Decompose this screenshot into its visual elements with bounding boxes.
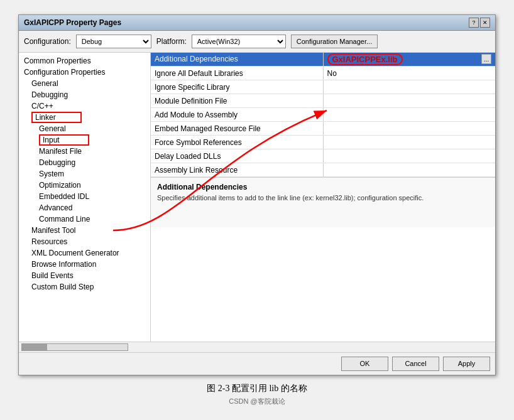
apply-button[interactable]: Apply [443, 357, 490, 371]
tree-item-manifest-tool[interactable]: Manifest Tool [19, 225, 150, 236]
tree-item-debugging[interactable]: Debugging [19, 89, 150, 100]
watermark: CSDN @客院栽论 [229, 397, 285, 406]
title-bar-controls: ? ✕ [469, 18, 490, 28]
property-value-cell [323, 94, 495, 108]
caption: 图 2-3 配置引用 lib 的名称 [207, 383, 307, 394]
tree-item-manifest-file[interactable]: Manifest File [19, 146, 150, 157]
tree-item-input[interactable]: Input [39, 134, 89, 146]
table-row[interactable]: Assembly Link Resource [151, 163, 495, 177]
title-bar: GxIAPICPP Property Pages ? ✕ [19, 15, 495, 31]
tree-item-linker[interactable]: Linker [31, 112, 82, 123]
desc-text: Specifies additional items to add to the… [157, 194, 489, 202]
tree-item-browse-information[interactable]: Browse Information [19, 259, 150, 270]
tree-item-resources[interactable]: Resources [19, 236, 150, 247]
table-row[interactable]: Add Module to Assembly [151, 108, 495, 122]
table-row[interactable]: Delay Loaded DLLs [151, 149, 495, 163]
property-name-cell: Force Symbol References [151, 136, 323, 149]
tree-item-advanced[interactable]: Advanced [19, 202, 150, 213]
property-pages-window: GxIAPICPP Property Pages ? ✕ Configurati… [18, 14, 496, 375]
tree-item-general[interactable]: General [19, 78, 150, 89]
right-panel: Additional DependenciesGxIAPICPPEx.lib..… [151, 53, 495, 342]
ellipsis-button[interactable]: ... [481, 54, 491, 64]
cancel-button[interactable]: Cancel [392, 357, 439, 371]
tree-item-debugging[interactable]: Debugging [19, 157, 150, 168]
description-panel: Additional Dependencies Specifies additi… [151, 177, 495, 227]
ok-button[interactable]: OK [341, 357, 388, 371]
tree-item-custom-build-step[interactable]: Custom Build Step [19, 281, 150, 293]
tree-item-xml-document-generator[interactable]: XML Document Generator [19, 247, 150, 259]
toolbar: Configuration: Debug Platform: Active(Wi… [19, 31, 495, 53]
table-row[interactable]: Ignore Specific Library [151, 80, 495, 94]
tree-item-common-properties[interactable]: Common Properties [19, 55, 150, 67]
table-row[interactable]: Module Definition File [151, 94, 495, 108]
tree-item-c/c++[interactable]: C/C++ [19, 100, 150, 112]
props-table: Additional DependenciesGxIAPICPPEx.lib..… [151, 53, 495, 178]
property-name-cell: Ignore Specific Library [151, 80, 323, 94]
tree-item-embedded-idl[interactable]: Embedded IDL [19, 191, 150, 202]
tree-item-command-line[interactable]: Command Line [19, 213, 150, 225]
property-name-cell: Ignore All Default Libraries [151, 67, 323, 80]
property-value-cell [323, 108, 495, 122]
highlighted-value: GxIAPICPPEx.lib [327, 53, 403, 65]
help-button[interactable]: ? [469, 18, 479, 28]
property-value-cell: No [323, 67, 495, 80]
tree-item-system[interactable]: System [19, 168, 150, 180]
close-button[interactable]: ✕ [480, 18, 490, 28]
property-value-cell [323, 136, 495, 149]
props-table-wrapper: Additional DependenciesGxIAPICPPEx.lib..… [151, 53, 495, 178]
tree-item-configuration-properties[interactable]: Configuration Properties [19, 67, 150, 78]
platform-select[interactable]: Active(Win32) [192, 35, 286, 48]
property-value-cell: GxIAPICPPEx.lib... [323, 53, 495, 67]
tree-item-build-events[interactable]: Build Events [19, 270, 150, 281]
tree-item-optimization[interactable]: Optimization [19, 180, 150, 191]
value-btn-wrapper: GxIAPICPPEx.lib... [327, 53, 492, 65]
property-name-cell: Add Module to Assembly [151, 108, 323, 122]
h-scrollbar[interactable] [21, 343, 128, 351]
table-row[interactable]: Embed Managed Resource File [151, 122, 495, 136]
property-name-cell: Embed Managed Resource File [151, 122, 323, 136]
properties-table: Additional DependenciesGxIAPICPPEx.lib..… [151, 53, 495, 178]
left-panel: Common PropertiesConfiguration Propertie… [19, 53, 151, 342]
property-name-cell: Additional Dependencies [151, 53, 323, 67]
property-value-cell [323, 149, 495, 163]
scrollbar-area [19, 342, 495, 352]
config-label: Configuration: [24, 37, 71, 46]
property-name-cell: Module Definition File [151, 94, 323, 108]
desc-title: Additional Dependencies [157, 183, 489, 191]
property-name-cell: Assembly Link Resource [151, 163, 323, 177]
table-row[interactable]: Additional DependenciesGxIAPICPPEx.lib..… [151, 53, 495, 67]
table-row[interactable]: Ignore All Default LibrariesNo [151, 67, 495, 80]
table-row[interactable]: Force Symbol References [151, 136, 495, 149]
property-value-cell [323, 122, 495, 136]
tree-item-general[interactable]: General [19, 123, 150, 134]
property-value-cell [323, 80, 495, 94]
h-scrollbar-thumb [22, 344, 47, 350]
property-name-cell: Delay Loaded DLLs [151, 149, 323, 163]
window-title: GxIAPICPP Property Pages [24, 18, 121, 27]
main-content: Common PropertiesConfiguration Propertie… [19, 53, 495, 342]
config-manager-button[interactable]: Configuration Manager... [291, 35, 378, 48]
platform-label: Platform: [156, 37, 187, 46]
config-select[interactable]: Debug [76, 35, 151, 48]
bottom-buttons: OK Cancel Apply [19, 352, 495, 375]
property-value-cell [323, 163, 495, 177]
